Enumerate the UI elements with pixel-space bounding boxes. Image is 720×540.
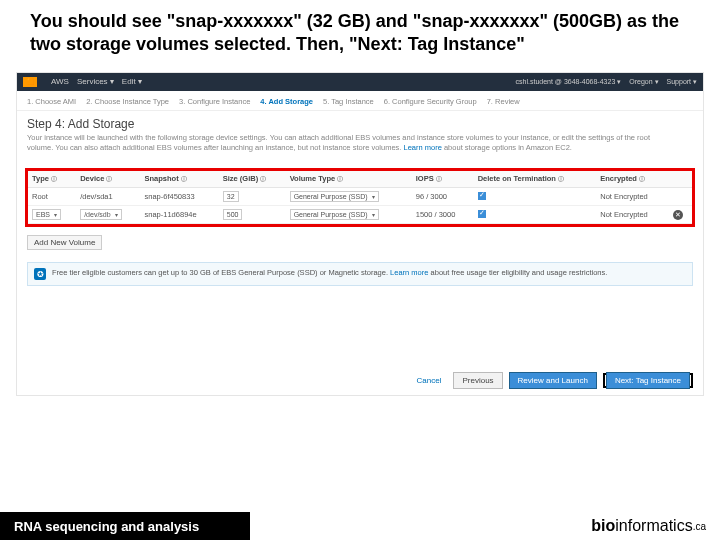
cell-snapshot: snap-11d6894e xyxy=(141,206,219,224)
wizard-step-1[interactable]: 1. Choose AMI xyxy=(27,97,76,106)
aws-logo-icon: 🟧 xyxy=(23,77,37,87)
wizard-step-6[interactable]: 6. Configure Security Group xyxy=(384,97,477,106)
slide-footer: RNA sequencing and analysis bioinformati… xyxy=(0,512,720,540)
wizard-button-row: Cancel Previous Review and Launch Next: … xyxy=(17,366,703,395)
nav-edit[interactable]: Edit ▾ xyxy=(122,77,142,86)
voltype-select[interactable]: General Purpose (SSD)▾ xyxy=(290,209,379,220)
footer-left-label: RNA sequencing and analysis xyxy=(0,512,250,540)
step-description: Your instance will be launched with the … xyxy=(27,133,667,153)
voltype-select[interactable]: General Purpose (SSD)▾ xyxy=(290,191,379,202)
wizard-step-4[interactable]: 4. Add Storage xyxy=(260,97,313,106)
next-button-highlight: Next: Tag Instance xyxy=(603,373,693,388)
cell-encrypted: Not Encrypted xyxy=(596,206,668,224)
col-voltype: Volume Typeⓘ xyxy=(286,171,412,188)
aws-top-nav: 🟧 AWS Services ▾ Edit ▾ cshl.student @ 3… xyxy=(17,73,703,91)
wizard-step-2[interactable]: 2. Choose Instance Type xyxy=(86,97,169,106)
footer-brand: bioinformatics.ca xyxy=(250,517,720,535)
wizard-step-3[interactable]: 3. Configure Instance xyxy=(179,97,250,106)
size-input[interactable]: 500 xyxy=(223,209,243,220)
delete-checkbox[interactable] xyxy=(478,192,486,200)
remove-volume-icon[interactable]: ✕ xyxy=(673,210,683,220)
type-select[interactable]: EBS▾ xyxy=(32,209,61,220)
wizard-step-7[interactable]: 7. Review xyxy=(487,97,520,106)
chevron-down-icon: ▾ xyxy=(372,193,375,200)
cell-device: /dev/sda1 xyxy=(76,188,140,206)
nav-region[interactable]: Oregon ▾ xyxy=(629,78,658,86)
chevron-down-icon: ▾ xyxy=(372,211,375,218)
col-snapshot: Snapshotⓘ xyxy=(141,171,219,188)
wizard-step-5[interactable]: 5. Tag Instance xyxy=(323,97,374,106)
size-input[interactable]: 32 xyxy=(223,191,239,202)
col-encrypted: Encryptedⓘ xyxy=(596,171,668,188)
col-delete: Delete on Terminationⓘ xyxy=(474,171,597,188)
nav-aws[interactable]: AWS xyxy=(51,77,69,86)
nav-support[interactable]: Support ▾ xyxy=(667,78,697,86)
add-new-volume-button[interactable]: Add New Volume xyxy=(27,235,102,250)
cell-iops: 96 / 3000 xyxy=(412,188,474,206)
delete-checkbox[interactable] xyxy=(478,210,486,218)
review-launch-button[interactable]: Review and Launch xyxy=(509,372,597,389)
next-tag-instance-button[interactable]: Next: Tag Instance xyxy=(606,372,690,389)
col-size: Size (GiB)ⓘ xyxy=(219,171,286,188)
cancel-button[interactable]: Cancel xyxy=(411,373,448,388)
previous-button[interactable]: Previous xyxy=(453,372,502,389)
device-select[interactable]: /dev/sdb▾ xyxy=(80,209,121,220)
table-row: EBS▾ /dev/sdb▾ snap-11d6894e 500 General… xyxy=(28,206,692,224)
learn-more-link[interactable]: Learn more xyxy=(390,268,428,277)
chevron-down-icon: ▾ xyxy=(115,211,118,218)
table-row: Root /dev/sda1 snap-6f450833 32 General … xyxy=(28,188,692,206)
learn-more-link[interactable]: Learn more xyxy=(404,143,442,152)
storage-table-highlight: Typeⓘ Deviceⓘ Snapshotⓘ Size (GiB)ⓘ Volu… xyxy=(25,168,695,227)
free-tier-info: ✪ Free tier eligible customers can get u… xyxy=(27,262,693,286)
step-heading: Step 4: Add Storage xyxy=(27,117,693,131)
storage-table: Typeⓘ Deviceⓘ Snapshotⓘ Size (GiB)ⓘ Volu… xyxy=(28,171,692,224)
info-icon: ✪ xyxy=(34,268,46,280)
cell-type: Root xyxy=(28,188,76,206)
col-device: Deviceⓘ xyxy=(76,171,140,188)
cell-snapshot: snap-6f450833 xyxy=(141,188,219,206)
col-type: Typeⓘ xyxy=(28,171,76,188)
col-iops: IOPSⓘ xyxy=(412,171,474,188)
nav-user[interactable]: cshl.student @ 3648-4068-4323 ▾ xyxy=(516,78,622,86)
nav-services[interactable]: Services ▾ xyxy=(77,77,114,86)
cell-encrypted: Not Encrypted xyxy=(596,188,668,206)
chevron-down-icon: ▾ xyxy=(54,211,57,218)
cell-iops: 1500 / 3000 xyxy=(412,206,474,224)
wizard-steps: 1. Choose AMI 2. Choose Instance Type 3.… xyxy=(17,91,703,111)
slide-title: You should see "snap-xxxxxxx" (32 GB) an… xyxy=(0,0,720,62)
aws-console-screenshot: 🟧 AWS Services ▾ Edit ▾ cshl.student @ 3… xyxy=(16,72,704,397)
